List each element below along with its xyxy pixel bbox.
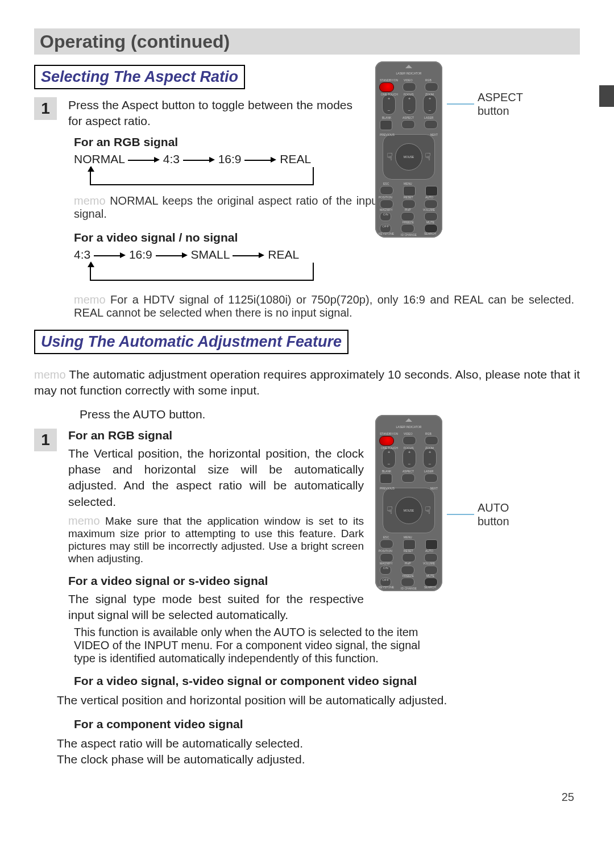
section2-heading: Using The Automatic Adjustment Feature: [34, 330, 349, 354]
sub2-note: This function is available only when the…: [74, 626, 421, 665]
step-number-1b: 1: [34, 429, 57, 451]
aspect-callout-2: button: [478, 104, 523, 118]
auto-callout-2: button: [478, 514, 509, 528]
memo-label: memo: [34, 368, 66, 381]
loopback-arrow-icon: [90, 263, 314, 281]
sub3-heading: For a video signal, s-video signal or co…: [74, 674, 574, 688]
remote-body: LASER INDICATOR STANDBY/ON VIDEO RGB ONE…: [375, 415, 442, 591]
sub-rgb-heading-2: For an RGB signal: [68, 429, 364, 442]
step-number-1a: 1: [34, 97, 57, 120]
blank-button-icon: [380, 120, 392, 130]
sub-video-heading-2: For a video signal or s-video signal: [68, 574, 364, 588]
sub1-text: The Vertical position, the horizontal po…: [68, 446, 364, 510]
flow-rgb: NORMAL 4:3 16:9 REAL: [74, 152, 381, 166]
loopback-arrow-icon: [90, 167, 314, 185]
callout-line-icon: [447, 103, 474, 105]
memo-label: memo: [68, 514, 100, 527]
page-title: Operating (continued): [40, 31, 230, 52]
sub4-text1: The aspect ratio will be automatically s…: [57, 736, 569, 751]
section1-heading: Selecting The Aspect Ratio: [34, 65, 245, 89]
remote-illustration-2: LASER INDICATOR STANDBY/ON VIDEO RGB ONE…: [375, 415, 509, 591]
standby-on-button-icon: [379, 436, 394, 446]
step1a-text: Press the Aspect button to toggle betwee…: [68, 97, 352, 130]
auto-callout-1: AUTO: [478, 501, 509, 514]
aspect-button-icon: [401, 120, 415, 129]
sub4-heading: For a component video signal: [74, 717, 574, 731]
memo2-text: For a HDTV signal of 1125i(1080i) or 750…: [74, 293, 574, 319]
sub-video-heading-1: For a video signal / no signal: [74, 231, 381, 244]
standby-on-button-icon: [379, 82, 394, 92]
auto-button-icon: [424, 553, 438, 562]
memo1-text: NORMAL keeps the original aspect ratio o…: [74, 194, 381, 220]
memo-label: memo: [74, 293, 106, 306]
remote-body: LASER INDICATOR STANDBY/ON VIDEO RGB ONE…: [375, 61, 442, 238]
memo-intro-text: The automatic adjustment operation requi…: [34, 368, 580, 397]
callout-line-icon: [447, 514, 474, 515]
side-tab: [599, 85, 614, 107]
sub4-text2: The clock phase will be automatically ad…: [57, 751, 569, 767]
sub2-text: The signal type mode best suited for the…: [68, 591, 364, 624]
sub3-text: The vertical position and horizontal pos…: [57, 692, 569, 708]
sub1-memo-text: Make sure that the application window is…: [68, 515, 364, 564]
sub-rgb-heading-1: For an RGB signal: [74, 135, 381, 149]
page-title-bar: Operating (continued): [34, 28, 580, 55]
memo-label: memo: [74, 194, 106, 207]
remote-illustration-1: LASER INDICATOR STANDBY/ON VIDEO RGB ONE…: [375, 61, 523, 238]
aspect-callout-1: ASPECT: [478, 90, 523, 104]
flow-video: 4:3 16:9 SMALL REAL: [74, 248, 381, 261]
page-number: 25: [34, 791, 580, 804]
step2-intro: Press the AUTO button.: [80, 406, 205, 422]
